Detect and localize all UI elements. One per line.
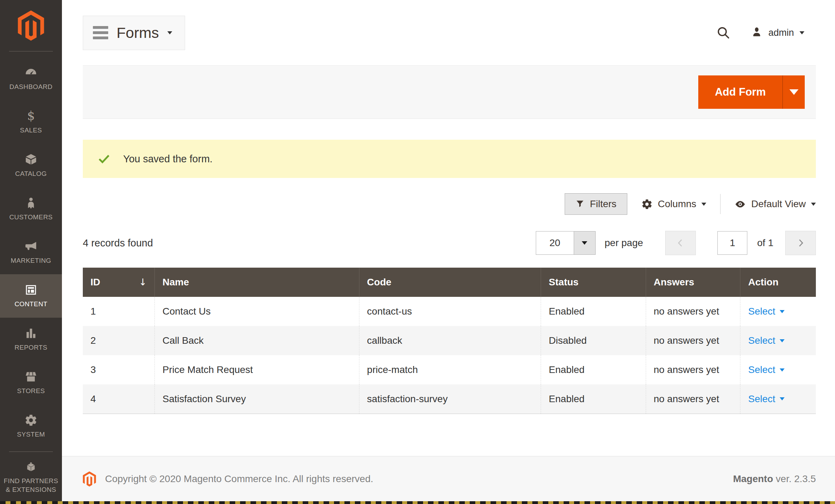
sidebar: DASHBOARD$SALESCATALOGCUSTOMERSMARKETING… bbox=[0, 0, 62, 501]
sidebar-item-system[interactable]: SYSTEM bbox=[0, 405, 62, 448]
filter-icon bbox=[575, 200, 584, 209]
add-form-dropdown-toggle[interactable] bbox=[782, 75, 805, 109]
records-bar: 4 records found 20 per page of 1 bbox=[83, 231, 816, 255]
sidebar-item-dashboard[interactable]: DASHBOARD bbox=[0, 57, 62, 100]
controls-divider bbox=[720, 194, 721, 214]
header-actions: admin bbox=[716, 25, 804, 40]
cell-code: price-match bbox=[359, 355, 541, 384]
main-panel: Forms admin Add Form bbox=[62, 0, 835, 501]
cell-name: Price Match Request bbox=[154, 355, 359, 384]
sidebar-nav: DASHBOARD$SALESCATALOGCUSTOMERSMARKETING… bbox=[0, 51, 62, 501]
chevron-down-icon bbox=[701, 203, 706, 206]
admin-menu[interactable]: admin bbox=[751, 26, 804, 39]
add-form-button: Add Form bbox=[698, 75, 805, 109]
sidebar-item-label: MARKETING bbox=[9, 257, 53, 265]
sidebar-item-label: CATALOG bbox=[14, 170, 48, 178]
reports-icon bbox=[24, 327, 38, 340]
table-row: 4Satisfaction Surveysatisfaction-surveyE… bbox=[83, 384, 816, 414]
filters-button[interactable]: Filters bbox=[565, 193, 627, 215]
footer: Copyright © 2020 Magento Commerce Inc. A… bbox=[62, 456, 835, 501]
page-content: You saved the form. Filters Columns Defa… bbox=[62, 119, 835, 456]
records-summary: 4 records found bbox=[83, 237, 536, 249]
column-header-code[interactable]: Code bbox=[359, 268, 541, 297]
page-title-menu[interactable]: Forms bbox=[83, 16, 185, 50]
page-actions-bar: Add Form bbox=[83, 65, 816, 119]
check-icon bbox=[97, 152, 111, 165]
select-action[interactable]: Select bbox=[748, 306, 785, 317]
magento-logo-small bbox=[83, 471, 96, 487]
column-header-status[interactable]: Status bbox=[541, 268, 646, 297]
table-row: 2Call BackcallbackDisabledno answers yet… bbox=[83, 326, 816, 355]
cell-answers: no answers yet bbox=[646, 355, 740, 384]
magento-logo[interactable] bbox=[0, 0, 62, 51]
select-action[interactable]: Select bbox=[748, 393, 785, 405]
cell-answers: no answers yet bbox=[646, 384, 740, 414]
chevron-down-icon bbox=[811, 203, 816, 206]
cell-action: Select bbox=[740, 326, 816, 355]
cell-name: Satisfaction Survey bbox=[154, 384, 359, 414]
next-page-button[interactable] bbox=[785, 231, 816, 255]
cell-answers: no answers yet bbox=[646, 297, 740, 326]
cell-action: Select bbox=[740, 355, 816, 384]
sidebar-item-customers[interactable]: CUSTOMERS bbox=[0, 187, 62, 231]
magento-logo-icon bbox=[18, 10, 44, 41]
sidebar-section-divider bbox=[9, 452, 53, 452]
catalog-icon bbox=[24, 153, 38, 166]
sidebar-item-find-partners[interactable]: FIND PARTNERS & EXTENSIONS bbox=[0, 453, 62, 501]
sidebar-item-label: STORES bbox=[16, 387, 46, 396]
sidebar-item-catalog[interactable]: CATALOG bbox=[0, 144, 62, 187]
chevron-down-icon bbox=[167, 31, 172, 34]
column-header-label: ID bbox=[90, 277, 100, 287]
sidebar-item-stores[interactable]: STORES bbox=[0, 361, 62, 405]
menu-icon bbox=[93, 26, 108, 39]
sidebar-item-sales[interactable]: $SALES bbox=[0, 100, 62, 144]
bottom-hazard-stripe bbox=[0, 501, 835, 504]
per-page-dropdown-toggle[interactable] bbox=[574, 231, 595, 254]
cell-code: satisfaction-survey bbox=[359, 384, 541, 414]
sidebar-item-label: CONTENT bbox=[13, 300, 49, 309]
select-action[interactable]: Select bbox=[748, 364, 785, 375]
previous-page-button[interactable] bbox=[665, 231, 696, 255]
sidebar-item-label: SALES bbox=[18, 126, 43, 135]
page-total-label: of 1 bbox=[757, 237, 773, 249]
select-action[interactable]: Select bbox=[748, 335, 785, 346]
sidebar-item-reports[interactable]: REPORTS bbox=[0, 318, 62, 361]
page-number-input[interactable] bbox=[717, 231, 747, 255]
magento-admin-app: DASHBOARD$SALESCATALOGCUSTOMERSMARKETING… bbox=[0, 0, 835, 501]
cell-id: 1 bbox=[83, 297, 154, 326]
column-header-action[interactable]: Action bbox=[740, 268, 816, 297]
per-page-select[interactable]: 20 bbox=[536, 231, 596, 255]
cell-answers: no answers yet bbox=[646, 326, 740, 355]
add-form-button-main[interactable]: Add Form bbox=[698, 75, 782, 109]
cell-action: Select bbox=[740, 384, 816, 414]
view-control[interactable]: Default View bbox=[734, 198, 816, 210]
page-title: Forms bbox=[117, 24, 159, 41]
sidebar-item-label: SYSTEM bbox=[16, 430, 47, 439]
brand-name: Magento bbox=[733, 473, 773, 484]
column-header-answers[interactable]: Answers bbox=[646, 268, 740, 297]
view-label: Default View bbox=[751, 198, 806, 210]
sidebar-item-marketing[interactable]: MARKETING bbox=[0, 231, 62, 274]
grid-controls: Filters Columns Default View bbox=[83, 193, 816, 215]
cell-status: Enabled bbox=[541, 384, 646, 414]
customers-icon bbox=[24, 196, 38, 210]
cell-status: Disabled bbox=[541, 326, 646, 355]
cell-id: 4 bbox=[83, 384, 154, 414]
forms-grid: ID ↓ Name Code Status Answers Action 1Co… bbox=[83, 268, 816, 414]
columns-control[interactable]: Columns bbox=[641, 198, 706, 210]
cell-action: Select bbox=[740, 297, 816, 326]
version-number: ver. 2.3.5 bbox=[776, 473, 816, 484]
gear-icon bbox=[641, 198, 653, 210]
success-message-text: You saved the form. bbox=[123, 153, 213, 165]
version-text: Magento ver. 2.3.5 bbox=[733, 473, 816, 485]
cell-name: Contact Us bbox=[154, 297, 359, 326]
columns-label: Columns bbox=[658, 198, 696, 210]
cell-code: callback bbox=[359, 326, 541, 355]
sidebar-item-content[interactable]: CONTENT bbox=[0, 274, 62, 318]
sidebar-item-label: DASHBOARD bbox=[8, 83, 54, 91]
column-header-name[interactable]: Name bbox=[154, 268, 359, 297]
search-icon[interactable] bbox=[716, 25, 731, 40]
sort-descending-icon: ↓ bbox=[139, 277, 147, 287]
column-header-id[interactable]: ID ↓ bbox=[83, 268, 154, 297]
chevron-down-icon bbox=[780, 310, 785, 313]
